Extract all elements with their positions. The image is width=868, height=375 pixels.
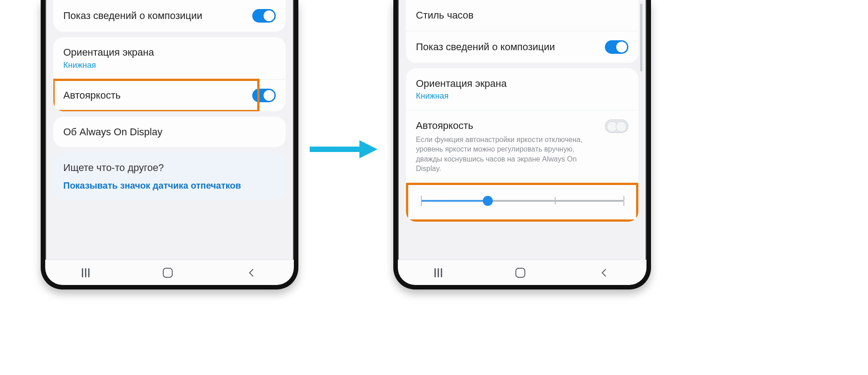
orientation-value: Книжная xyxy=(63,61,276,70)
scrollbar[interactable] xyxy=(640,4,642,71)
slider-fill xyxy=(421,200,488,202)
row-orientation[interactable]: Ориентация экрана Книжная xyxy=(406,68,638,110)
clock-style-title: Стиль часов xyxy=(416,9,628,22)
row-media-info[interactable]: Показ сведений о композиции xyxy=(406,31,638,63)
svg-marker-1 xyxy=(359,140,377,158)
row-orientation[interactable]: Ориентация экрана Книжная xyxy=(53,37,286,79)
orientation-title: Ориентация экрана xyxy=(416,77,628,90)
auto-brightness-desc: Если функция автонастройки яркости отклю… xyxy=(416,135,592,174)
row-auto-brightness[interactable]: Автояркость xyxy=(53,79,286,111)
card-about-aod: Об Always On Display xyxy=(53,117,286,147)
row-about-aod[interactable]: Об Always On Display xyxy=(53,117,286,147)
row-clock-style[interactable]: Стиль часов xyxy=(406,0,638,31)
orientation-value: Книжная xyxy=(416,91,628,101)
auto-brightness-toggle[interactable] xyxy=(252,89,276,102)
card-display-group: Ориентация экрана Книжная Автояркость Ес… xyxy=(406,68,638,222)
card-looking-for: Ищете что-то другое? Показывать значок д… xyxy=(53,152,286,200)
about-aod-title: Об Always On Display xyxy=(63,126,276,138)
media-info-toggle[interactable] xyxy=(252,9,276,23)
auto-brightness-title: Автояркость xyxy=(416,119,605,132)
brightness-slider-highlight xyxy=(406,183,638,222)
navigation-bar xyxy=(398,260,646,285)
brightness-slider[interactable] xyxy=(416,191,628,210)
home-button[interactable] xyxy=(163,268,173,278)
media-info-toggle[interactable] xyxy=(605,40,628,54)
orientation-title: Ориентация экрана xyxy=(63,46,276,59)
media-info-title: Показ сведений о композиции xyxy=(416,41,605,53)
recents-button[interactable] xyxy=(434,268,442,277)
back-button[interactable] xyxy=(599,267,610,278)
phone-after: Стиль часов Показ сведений о композиции … xyxy=(393,0,651,290)
home-button[interactable] xyxy=(515,268,525,278)
auto-brightness-title: Автояркость xyxy=(63,89,252,102)
back-button[interactable] xyxy=(246,267,257,278)
looking-title: Ищете что-то другое? xyxy=(63,161,164,174)
fingerprint-icon-link[interactable]: Показывать значок датчика отпечатков xyxy=(63,180,241,191)
slider-tick-end xyxy=(623,196,624,206)
row-auto-brightness[interactable]: Автояркость Если функция автонастройки я… xyxy=(406,110,638,183)
card-clock-media: Стиль часов Показ сведений о композиции xyxy=(406,0,638,63)
svg-rect-0 xyxy=(310,147,359,152)
navigation-bar xyxy=(45,260,294,285)
phone-before: Показ сведений о композиции Ориентация э… xyxy=(41,0,298,290)
card-display-group: Ориентация экрана Книжная Автояркость xyxy=(53,37,286,111)
arrow-right-icon xyxy=(310,140,377,158)
slider-tick-mid xyxy=(555,197,556,204)
media-info-title: Показ сведений о композиции xyxy=(63,9,252,22)
row-media-info[interactable]: Показ сведений о композиции xyxy=(53,0,286,32)
slider-thumb[interactable] xyxy=(483,196,493,206)
card-media-info: Показ сведений о композиции xyxy=(53,0,286,32)
slider-tick-start xyxy=(421,196,422,206)
recents-button[interactable] xyxy=(82,268,90,277)
auto-brightness-toggle[interactable] xyxy=(605,119,628,133)
